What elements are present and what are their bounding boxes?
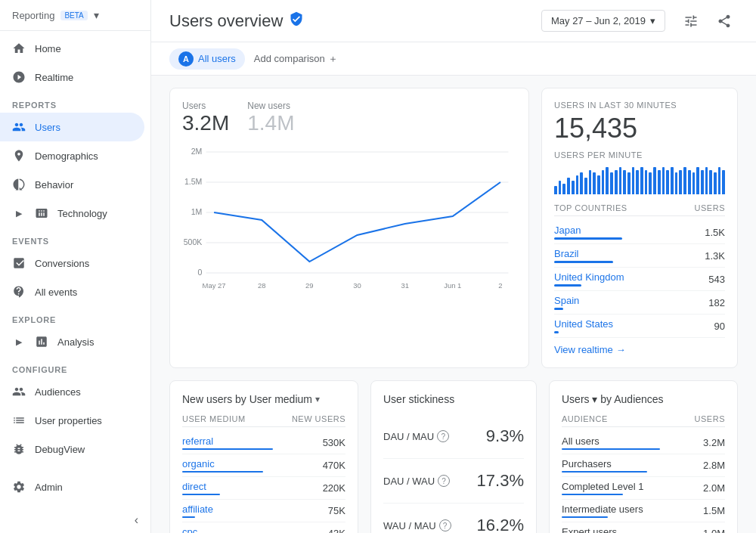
sidebar-item-all-events[interactable]: All events	[0, 277, 144, 306]
sidebar-item-demographics[interactable]: Demographics	[0, 141, 144, 170]
chevron-down-icon[interactable]: ▾	[94, 9, 99, 21]
sidebar-item-realtime[interactable]: Realtime	[0, 63, 144, 91]
help-icon[interactable]: ?	[439, 519, 451, 531]
mini-bar	[683, 167, 686, 194]
user-properties-label: User properties	[35, 415, 102, 426]
collapse-icon: ‹	[135, 513, 138, 527]
sidebar-header: Reporting BETA ▾	[0, 0, 150, 31]
audience-name: Completed Level 1	[562, 481, 643, 492]
analysis-label: Analysis	[57, 336, 94, 348]
all-events-label: All events	[35, 287, 77, 298]
mini-bar	[701, 170, 704, 194]
audience-name: Purchasers	[562, 458, 612, 469]
country-bar	[554, 237, 622, 240]
new-users-col-label: NEW USERS	[292, 414, 345, 423]
audience-col-label: AUDIENCE	[562, 414, 608, 423]
audience-data-row: Completed Level 1 2.0M	[562, 477, 725, 500]
users-icon	[12, 120, 26, 134]
sidebar-item-behavior[interactable]: Behavior	[0, 170, 144, 199]
country-row: United Kingdom 543	[554, 268, 725, 291]
mini-bar	[584, 178, 587, 194]
stickiness-label-wrap: DAU / WAU ?	[383, 475, 450, 487]
date-range-picker[interactable]: May 27 – Jun 2, 2019 ▾	[541, 10, 665, 32]
all-users-label: All users	[198, 53, 236, 64]
audiences-title-text: Users ▾ by Audiences	[562, 393, 664, 405]
per-minute-label: USERS PER MINUTE	[554, 150, 725, 160]
sidebar-item-home[interactable]: Home	[0, 34, 144, 63]
stickiness-label: DAU / MAU	[383, 431, 434, 442]
svg-text:May 27: May 27	[203, 282, 226, 290]
audience-data-row: Purchasers 2.8M	[562, 454, 725, 477]
sidebar-item-audiences[interactable]: Audiences	[0, 377, 144, 406]
svg-text:Jun 1: Jun 1	[444, 282, 461, 290]
new-users-data-row: direct 220K	[182, 477, 345, 500]
new-users-data-row: organic 470K	[182, 454, 345, 477]
all-events-icon	[12, 285, 26, 299]
help-icon[interactable]: ?	[438, 475, 450, 487]
users-metric-value: 3.2M	[182, 111, 229, 135]
audience-name-cell: Completed Level 1	[562, 481, 643, 495]
country-name-cell: Japan	[554, 225, 622, 240]
medium-bar	[182, 516, 195, 518]
sidebar: Reporting BETA ▾ Home Realtime REPORTS U…	[0, 0, 151, 533]
new-users-data-row: affiliate 75K	[182, 500, 345, 522]
user-avatar: A	[178, 51, 194, 67]
svg-text:0: 0	[197, 268, 202, 277]
mini-bar	[632, 167, 635, 194]
add-comparison-button[interactable]: Add comparison ＋	[254, 52, 338, 66]
technology-label: Technology	[57, 208, 107, 219]
country-row: Japan 1.5K	[554, 221, 725, 244]
realtime-users-value: 15,435	[554, 113, 725, 144]
audience-value: 2.8M	[703, 460, 725, 471]
sidebar-item-admin[interactable]: Admin	[0, 473, 144, 501]
share-button[interactable]	[711, 8, 738, 35]
mini-bar	[627, 172, 631, 194]
medium-bar	[182, 471, 263, 473]
content-area: Users 3.2M New users 1.4M	[151, 76, 756, 533]
title-dropdown-icon[interactable]: ▾	[315, 394, 320, 404]
svg-text:30: 30	[353, 282, 361, 290]
all-users-chip[interactable]: A All users	[169, 48, 245, 70]
add-icon: ＋	[328, 52, 338, 66]
main-area: Users overview May 27 – Jun 2, 2019 ▾ A	[151, 0, 756, 533]
new-users-metric: New users 1.4M	[247, 101, 294, 135]
mini-bar	[576, 175, 579, 194]
sidebar-item-user-properties[interactable]: User properties	[0, 406, 144, 435]
medium-name: organic	[182, 458, 215, 469]
sidebar-item-analysis[interactable]: ▶ Analysis	[0, 327, 144, 356]
audience-value: 1.0M	[703, 528, 725, 533]
top-bar-icons	[677, 8, 738, 35]
stickiness-metric-row: WAU / MAU ? 16.2%	[383, 504, 524, 533]
sidebar-item-technology[interactable]: ▶ Technology	[0, 199, 144, 228]
arrow-right-icon: →	[616, 344, 626, 355]
explore-section-label: EXPLORE	[0, 306, 150, 327]
reporting-label: Reporting	[12, 10, 54, 21]
conversions-label: Conversions	[35, 258, 89, 269]
audience-bar	[562, 471, 647, 473]
realtime-icon	[12, 70, 26, 84]
audiences-label: Audiences	[35, 386, 81, 398]
date-range-text: May 27 – Jun 2, 2019	[551, 15, 646, 26]
realtime-card: USERS IN LAST 30 MINUTES 15,435 USERS PE…	[541, 88, 738, 368]
behavior-icon	[12, 178, 26, 191]
configure-section-label: CONFIGURE	[0, 356, 150, 377]
medium-name-cell: organic	[182, 458, 263, 473]
user-medium-col-label: USER MEDIUM	[182, 414, 246, 423]
audience-value: 1.5M	[703, 505, 725, 516]
mini-bar	[615, 170, 618, 194]
admin-icon	[12, 480, 26, 494]
mini-bar	[666, 170, 669, 194]
view-realtime-link[interactable]: View realtime →	[554, 344, 725, 355]
demographics-icon	[12, 149, 26, 163]
customize-report-button[interactable]	[677, 8, 705, 35]
sidebar-item-users[interactable]: Users	[0, 113, 144, 141]
svg-text:2: 2	[498, 282, 502, 290]
mini-bar	[619, 167, 622, 194]
mini-bar	[602, 170, 605, 194]
sidebar-collapse-button[interactable]: ‹	[0, 507, 150, 533]
sidebar-item-debugview[interactable]: DebugView	[0, 435, 144, 463]
bottom-cards-row: New users by User medium ▾ USER MEDIUM N…	[169, 380, 738, 533]
analysis-icon	[35, 335, 48, 349]
help-icon[interactable]: ?	[437, 430, 449, 442]
sidebar-item-conversions[interactable]: Conversions	[0, 249, 144, 277]
